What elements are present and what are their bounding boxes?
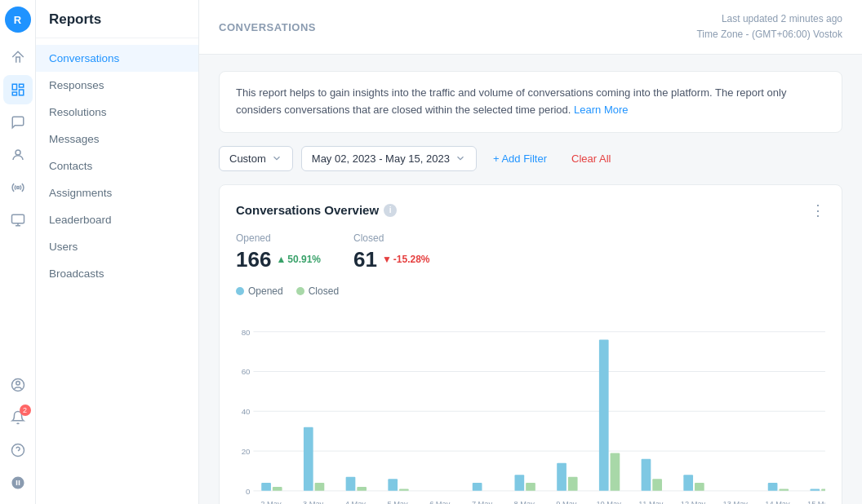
- svg-rect-30: [514, 475, 524, 491]
- svg-rect-28: [399, 489, 409, 490]
- arrow-down-icon: ▼: [382, 254, 392, 265]
- svg-point-5: [16, 187, 19, 189]
- svg-rect-6: [11, 214, 24, 223]
- svg-text:40: 40: [242, 407, 251, 416]
- avatar: R: [5, 7, 31, 33]
- svg-rect-39: [695, 483, 704, 491]
- svg-text:80: 80: [242, 328, 251, 337]
- date-range-label: May 02, 2023 - May 15, 2023: [312, 153, 450, 165]
- svg-text:3 May: 3 May: [303, 500, 324, 504]
- chevron-down-icon-2: [455, 153, 466, 164]
- timezone: Time Zone - (GMT+06:00) Vostok: [696, 27, 842, 42]
- add-filter-button[interactable]: + Add Filter: [485, 147, 555, 170]
- page-title: CONVERSATIONS: [219, 21, 316, 33]
- nav-icon-chatwoot[interactable]: [3, 468, 33, 497]
- svg-rect-29: [473, 483, 482, 491]
- svg-point-4: [16, 150, 20, 155]
- header-meta: Last updated 2 minutes ago Time Zone - (…: [696, 11, 842, 42]
- sidebar-item-broadcasts[interactable]: Broadcasts: [36, 260, 198, 287]
- sidebar-item-messages[interactable]: Messages: [36, 126, 198, 153]
- more-options-icon[interactable]: ⋮: [811, 201, 825, 219]
- sidebar-item-contacts[interactable]: Contacts: [36, 153, 198, 179]
- svg-rect-33: [568, 477, 578, 491]
- main-content: CONVERSATIONS Last updated 2 minutes ago…: [199, 0, 862, 504]
- last-updated: Last updated 2 minutes ago: [696, 11, 842, 27]
- chart-svg: 80 60 40 20 0: [236, 307, 825, 504]
- opened-value: 166 ▲ 50.91%: [236, 247, 321, 272]
- nav-icon-notifications[interactable]: 2: [3, 403, 33, 432]
- svg-text:2 May: 2 May: [260, 500, 282, 504]
- preset-filter[interactable]: Custom: [219, 146, 293, 171]
- svg-rect-35: [611, 453, 620, 490]
- filters-row: Custom May 02, 2023 - May 15, 2023 + Add…: [219, 146, 842, 171]
- nav-icon-home[interactable]: [3, 42, 33, 72]
- svg-rect-34: [599, 339, 609, 490]
- svg-rect-24: [315, 483, 325, 491]
- svg-text:14 May: 14 May: [765, 500, 790, 504]
- sidebar-item-assignments[interactable]: Assignments: [36, 179, 198, 206]
- description-box: This report helps to gain insights into …: [219, 71, 842, 133]
- svg-rect-22: [273, 487, 282, 491]
- svg-rect-1: [19, 84, 23, 87]
- sidebar-title: Reports: [36, 0, 198, 38]
- sidebar-item-resolutions[interactable]: Resolutions: [36, 99, 198, 126]
- svg-rect-25: [346, 477, 356, 491]
- preset-label: Custom: [229, 153, 266, 165]
- svg-rect-41: [779, 489, 789, 490]
- legend-dot-closed: [296, 287, 304, 295]
- sidebar-item-conversations[interactable]: Conversations: [36, 45, 198, 72]
- chevron-down-icon: [271, 153, 282, 164]
- opened-label: Opened: [236, 232, 321, 244]
- sidebar-item-responses[interactable]: Responses: [36, 72, 198, 99]
- svg-rect-42: [810, 489, 820, 490]
- info-icon[interactable]: i: [384, 204, 397, 217]
- svg-rect-31: [526, 483, 535, 491]
- svg-rect-0: [12, 84, 16, 90]
- nav-icon-reports[interactable]: [3, 75, 33, 104]
- opened-change: ▲ 50.91%: [276, 254, 321, 265]
- chart-title-row: Conversations Overview i: [236, 203, 397, 217]
- svg-rect-26: [357, 487, 367, 491]
- svg-text:5 May: 5 May: [387, 500, 408, 504]
- notification-badge: 2: [20, 405, 31, 416]
- svg-text:11 May: 11 May: [638, 500, 664, 504]
- icon-bar: R 2: [0, 0, 36, 504]
- nav-icon-broadcast[interactable]: [3, 173, 33, 202]
- sidebar-item-leaderboard[interactable]: Leaderboard: [36, 206, 198, 233]
- svg-rect-37: [652, 479, 662, 491]
- svg-text:60: 60: [242, 367, 251, 376]
- chart-legend: Opened Closed: [236, 285, 825, 297]
- main-body: This report helps to gain insights into …: [199, 55, 862, 504]
- clear-all-button[interactable]: Clear All: [563, 147, 619, 170]
- learn-more-link[interactable]: Learn More: [574, 104, 628, 116]
- legend-label-opened: Opened: [248, 285, 283, 297]
- svg-rect-3: [12, 92, 16, 95]
- svg-text:15 May: 15 May: [807, 500, 825, 504]
- svg-text:10 May: 10 May: [596, 500, 621, 504]
- stat-opened: Opened 166 ▲ 50.91%: [236, 232, 321, 272]
- closed-change: ▼ -15.28%: [382, 254, 430, 265]
- svg-rect-21: [261, 483, 271, 491]
- nav-icon-user-circle[interactable]: [3, 370, 33, 400]
- nav-icon-settings-alt[interactable]: [3, 206, 33, 235]
- svg-rect-38: [683, 475, 693, 491]
- date-range-filter[interactable]: May 02, 2023 - May 15, 2023: [301, 146, 477, 171]
- nav-icon-help[interactable]: [3, 435, 33, 465]
- arrow-up-icon: ▲: [276, 254, 286, 265]
- description-text: This report helps to gain insights into …: [236, 86, 786, 116]
- svg-rect-36: [642, 459, 651, 491]
- svg-text:0: 0: [246, 487, 251, 496]
- svg-rect-40: [768, 483, 778, 491]
- svg-rect-23: [304, 427, 313, 491]
- nav-icon-conversations[interactable]: [3, 108, 33, 137]
- main-header: CONVERSATIONS Last updated 2 minutes ago…: [199, 0, 862, 55]
- svg-rect-43: [821, 489, 825, 490]
- legend-opened: Opened: [236, 285, 283, 297]
- sidebar-item-users[interactable]: Users: [36, 233, 198, 260]
- svg-rect-27: [388, 479, 398, 491]
- legend-closed: Closed: [296, 285, 339, 297]
- nav-icon-contacts[interactable]: [3, 140, 33, 170]
- svg-point-8: [16, 382, 20, 386]
- svg-text:8 May: 8 May: [514, 500, 535, 504]
- legend-dot-opened: [236, 287, 244, 295]
